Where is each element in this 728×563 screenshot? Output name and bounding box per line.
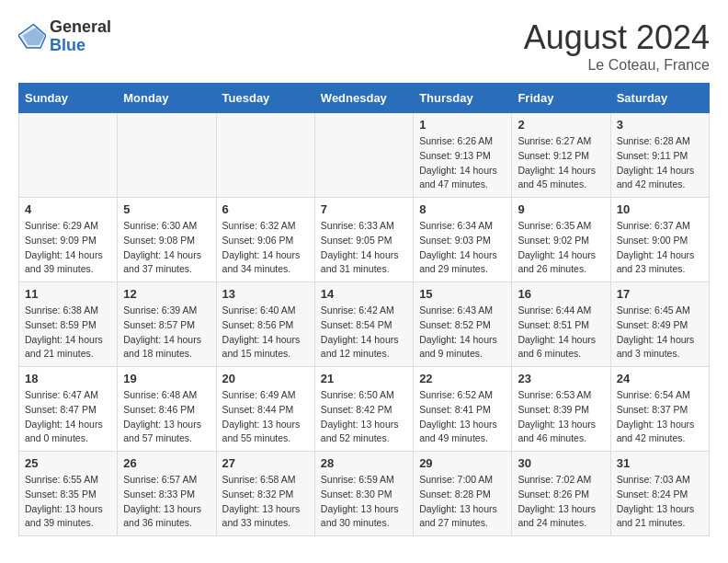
info-line: Sunset: 8:56 PM bbox=[222, 319, 294, 330]
day-number: 10 bbox=[617, 202, 703, 216]
day-info: Sunrise: 6:58 AMSunset: 8:32 PMDaylight:… bbox=[222, 473, 309, 531]
day-number: 17 bbox=[617, 287, 703, 301]
day-number: 5 bbox=[123, 202, 210, 216]
info-line: Sunrise: 6:26 AM bbox=[419, 135, 493, 146]
day-info: Sunrise: 6:30 AMSunset: 9:08 PMDaylight:… bbox=[123, 219, 210, 277]
day-info: Sunrise: 6:29 AMSunset: 9:09 PMDaylight:… bbox=[25, 219, 111, 277]
day-cell bbox=[314, 113, 413, 198]
day-info: Sunrise: 7:00 AMSunset: 8:28 PMDaylight:… bbox=[419, 473, 506, 531]
day-cell: 7Sunrise: 6:33 AMSunset: 9:05 PMDaylight… bbox=[314, 198, 413, 282]
info-line: Sunrise: 7:00 AM bbox=[419, 474, 493, 485]
info-line: Sunset: 8:46 PM bbox=[123, 404, 195, 415]
day-info: Sunrise: 6:40 AMSunset: 8:56 PMDaylight:… bbox=[222, 304, 309, 362]
info-line: Sunrise: 6:55 AM bbox=[25, 474, 98, 485]
info-line: Daylight: 13 hours and 33 minutes. bbox=[222, 503, 301, 529]
info-line: Sunrise: 6:45 AM bbox=[617, 304, 690, 316]
info-line: Sunrise: 6:32 AM bbox=[222, 220, 296, 231]
day-number: 8 bbox=[419, 202, 506, 216]
day-cell: 20Sunrise: 6:49 AMSunset: 8:44 PMDayligh… bbox=[216, 367, 314, 452]
info-line: Sunrise: 6:39 AM bbox=[123, 304, 197, 316]
logo: General Blue bbox=[18, 18, 111, 55]
info-line: Sunset: 8:42 PM bbox=[321, 404, 392, 415]
info-line: Sunset: 9:08 PM bbox=[123, 235, 195, 246]
info-line: Daylight: 14 hours and 31 minutes. bbox=[321, 249, 399, 275]
info-line: Daylight: 14 hours and 34 minutes. bbox=[222, 249, 301, 275]
page-header: General Blue August 2024 Le Coteau, Fran… bbox=[18, 18, 710, 74]
day-info: Sunrise: 6:47 AMSunset: 8:47 PMDaylight:… bbox=[25, 388, 111, 446]
info-line: Sunrise: 6:59 AM bbox=[321, 474, 394, 485]
day-number: 16 bbox=[518, 287, 604, 301]
info-line: Daylight: 14 hours and 12 minutes. bbox=[321, 334, 399, 360]
info-line: Sunset: 8:28 PM bbox=[419, 488, 491, 500]
day-info: Sunrise: 6:27 AMSunset: 9:12 PMDaylight:… bbox=[518, 134, 604, 192]
info-line: Daylight: 13 hours and 46 minutes. bbox=[518, 419, 596, 444]
info-line: Sunrise: 7:03 AM bbox=[617, 474, 690, 485]
day-number: 11 bbox=[25, 287, 111, 301]
day-info: Sunrise: 6:34 AMSunset: 9:03 PMDaylight:… bbox=[419, 219, 506, 277]
info-line: Sunrise: 6:49 AM bbox=[222, 389, 296, 400]
info-line: Sunrise: 6:43 AM bbox=[419, 304, 493, 316]
info-line: Daylight: 13 hours and 30 minutes. bbox=[321, 503, 399, 529]
info-line: Sunrise: 6:35 AM bbox=[518, 220, 591, 231]
info-line: Daylight: 13 hours and 39 minutes. bbox=[25, 503, 103, 529]
day-number: 7 bbox=[321, 202, 407, 216]
day-number: 31 bbox=[617, 456, 703, 470]
info-line: Daylight: 14 hours and 29 minutes. bbox=[419, 249, 497, 275]
day-number: 20 bbox=[222, 372, 309, 385]
day-info: Sunrise: 6:43 AMSunset: 8:52 PMDaylight:… bbox=[419, 304, 506, 362]
day-number: 30 bbox=[518, 456, 604, 470]
info-line: Daylight: 14 hours and 37 minutes. bbox=[123, 249, 201, 275]
day-number: 1 bbox=[419, 118, 506, 132]
info-line: Sunset: 8:26 PM bbox=[518, 488, 589, 500]
info-line: Sunrise: 6:50 AM bbox=[321, 389, 394, 400]
day-info: Sunrise: 7:02 AMSunset: 8:26 PMDaylight:… bbox=[518, 473, 604, 531]
month-year-title: August 2024 bbox=[524, 18, 710, 57]
day-cell: 3Sunrise: 6:28 AMSunset: 9:11 PMDaylight… bbox=[610, 113, 709, 198]
day-info: Sunrise: 6:49 AMSunset: 8:44 PMDaylight:… bbox=[222, 388, 309, 446]
day-cell: 22Sunrise: 6:52 AMSunset: 8:41 PMDayligh… bbox=[414, 367, 512, 452]
info-line: Sunset: 8:49 PM bbox=[617, 319, 688, 330]
title-section: August 2024 Le Coteau, France bbox=[524, 18, 710, 74]
info-line: Sunset: 9:12 PM bbox=[518, 150, 589, 161]
day-number: 23 bbox=[518, 372, 604, 385]
header-cell-tuesday: Tuesday bbox=[216, 84, 314, 113]
info-line: Daylight: 14 hours and 45 minutes. bbox=[518, 165, 596, 190]
day-info: Sunrise: 6:39 AMSunset: 8:57 PMDaylight:… bbox=[123, 304, 210, 362]
info-line: Sunset: 8:44 PM bbox=[222, 404, 294, 415]
info-line: Sunrise: 6:38 AM bbox=[25, 304, 98, 316]
day-cell: 15Sunrise: 6:43 AMSunset: 8:52 PMDayligh… bbox=[414, 282, 512, 367]
info-line: Sunset: 8:54 PM bbox=[321, 319, 392, 330]
day-info: Sunrise: 6:48 AMSunset: 8:46 PMDaylight:… bbox=[123, 388, 210, 446]
info-line: Daylight: 14 hours and 23 minutes. bbox=[617, 249, 695, 275]
day-number: 21 bbox=[321, 372, 407, 385]
location-subtitle: Le Coteau, France bbox=[524, 57, 710, 74]
info-line: Sunset: 8:51 PM bbox=[518, 319, 589, 330]
info-line: Daylight: 14 hours and 9 minutes. bbox=[419, 334, 497, 360]
info-line: Sunrise: 6:29 AM bbox=[25, 220, 98, 231]
info-line: Sunrise: 6:42 AM bbox=[321, 304, 394, 316]
info-line: Sunset: 8:47 PM bbox=[25, 404, 97, 415]
day-info: Sunrise: 6:53 AMSunset: 8:39 PMDaylight:… bbox=[518, 388, 604, 446]
day-cell: 11Sunrise: 6:38 AMSunset: 8:59 PMDayligh… bbox=[19, 282, 118, 367]
info-line: Sunrise: 6:34 AM bbox=[419, 220, 493, 231]
header-cell-friday: Friday bbox=[512, 84, 610, 113]
day-cell: 12Sunrise: 6:39 AMSunset: 8:57 PMDayligh… bbox=[118, 282, 216, 367]
day-cell bbox=[118, 113, 216, 198]
day-info: Sunrise: 6:38 AMSunset: 8:59 PMDaylight:… bbox=[25, 304, 111, 362]
calendar-table: SundayMondayTuesdayWednesdayThursdayFrid… bbox=[18, 83, 710, 536]
day-number: 9 bbox=[518, 202, 604, 216]
info-line: Daylight: 14 hours and 47 minutes. bbox=[419, 165, 497, 190]
day-cell: 29Sunrise: 7:00 AMSunset: 8:28 PMDayligh… bbox=[414, 452, 512, 536]
day-number: 25 bbox=[25, 456, 111, 470]
day-info: Sunrise: 6:55 AMSunset: 8:35 PMDaylight:… bbox=[25, 473, 111, 531]
day-cell: 13Sunrise: 6:40 AMSunset: 8:56 PMDayligh… bbox=[216, 282, 314, 367]
day-cell: 18Sunrise: 6:47 AMSunset: 8:47 PMDayligh… bbox=[19, 367, 118, 452]
info-line: Sunset: 9:13 PM bbox=[419, 150, 491, 161]
day-number: 27 bbox=[222, 456, 309, 470]
header-cell-sunday: Sunday bbox=[19, 84, 118, 113]
day-cell: 8Sunrise: 6:34 AMSunset: 9:03 PMDaylight… bbox=[414, 198, 512, 282]
day-number: 15 bbox=[419, 287, 506, 301]
info-line: Daylight: 13 hours and 49 minutes. bbox=[419, 419, 497, 444]
info-line: Daylight: 13 hours and 57 minutes. bbox=[123, 419, 201, 444]
day-number: 2 bbox=[518, 118, 604, 132]
